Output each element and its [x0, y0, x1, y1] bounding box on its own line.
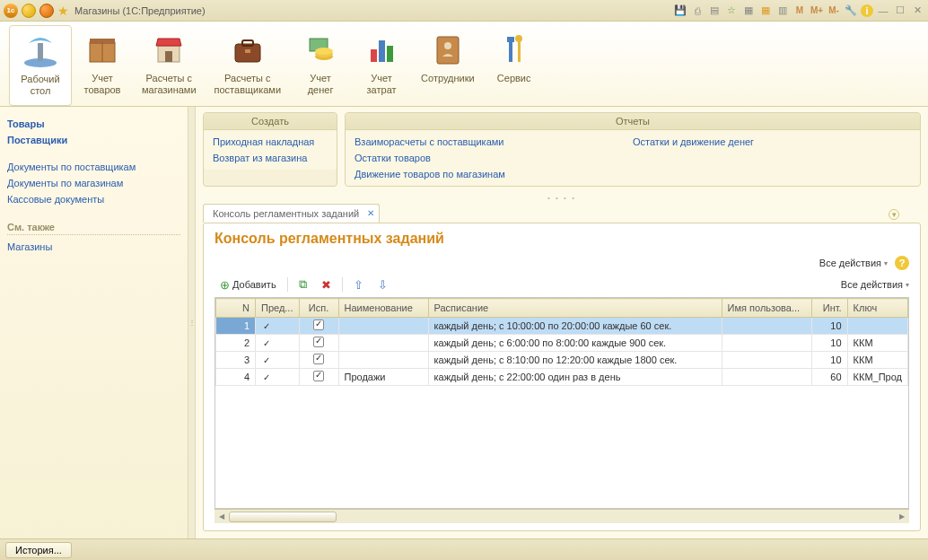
cell-isp[interactable] — [299, 352, 338, 369]
statusbar: История... — [0, 538, 928, 560]
tools-icon[interactable]: 🔧 — [844, 4, 858, 18]
ribbon-desktop[interactable]: Рабочий стол — [9, 25, 72, 106]
ribbon-staff[interactable]: Сотрудники — [412, 25, 484, 106]
cell-key: ККМ — [847, 335, 907, 352]
ribbon-costs[interactable]: Учет затрат — [351, 25, 412, 106]
th-pred[interactable]: Пред... — [256, 299, 300, 318]
all-actions-toolbar[interactable]: Все действия — [841, 279, 909, 290]
cell-isp[interactable] — [299, 369, 338, 386]
sidebar-supplier-docs[interactable]: Документы по поставщикам — [7, 159, 180, 175]
svg-point-22 — [515, 35, 522, 42]
cell-n: 2 — [216, 335, 256, 352]
tools-icon — [493, 28, 536, 71]
sidebar-see-also-heading: См. также — [7, 222, 180, 235]
info-icon[interactable]: i — [861, 4, 873, 17]
svg-point-18 — [444, 42, 451, 49]
copy-icon: ⧉ — [299, 277, 307, 292]
cell-isp[interactable] — [299, 318, 338, 335]
tab-console[interactable]: Консоль регламентных заданий ✕ — [203, 204, 380, 223]
shop-icon — [147, 28, 190, 71]
cell-pred — [256, 369, 300, 386]
scroll-left-icon[interactable]: ◀ — [214, 510, 229, 523]
th-key[interactable]: Ключ — [847, 299, 907, 318]
sidebar-cash-docs[interactable]: Кассовые документы — [7, 191, 180, 207]
table-row[interactable]: 4Продажикаждый день; с 22:00:00 один раз… — [216, 369, 908, 386]
ribbon-money[interactable]: Учет денег — [290, 25, 351, 106]
table-row[interactable]: 1каждый день; с 10:00:00 по 20:00:00 каж… — [216, 318, 908, 335]
svg-rect-20 — [507, 37, 514, 42]
table-scroll[interactable]: N Пред... Исп. Наименование Расписание И… — [214, 297, 909, 509]
sidebar: Товары Поставщики Документы по поставщик… — [0, 107, 188, 538]
scroll-right-icon[interactable]: ▶ — [895, 510, 909, 523]
chevron-down-icon[interactable]: ▾ — [889, 209, 899, 220]
delete-button[interactable]: ✖ — [316, 276, 337, 293]
ribbon-suppliers[interactable]: Расчеты с поставщиками — [206, 25, 291, 106]
cell-pred — [256, 318, 300, 335]
sidebar-suppliers[interactable]: Поставщики — [7, 132, 180, 148]
cell-int: 60 — [811, 369, 847, 386]
m-minus-button[interactable]: M- — [827, 4, 841, 18]
copy-button[interactable]: ⧉ — [293, 276, 312, 293]
sidebar-goods[interactable]: Товары — [7, 116, 180, 132]
m-plus-button[interactable]: M+ — [810, 4, 824, 18]
main-area: Создать Приходная накладная Возврат из м… — [196, 107, 928, 538]
th-schedule[interactable]: Расписание — [428, 299, 722, 318]
coins-icon — [299, 28, 342, 71]
close-icon[interactable]: ✕ — [910, 4, 924, 18]
panel-grip[interactable]: • • • • — [196, 194, 928, 202]
m-button[interactable]: M — [792, 4, 807, 18]
all-actions-top[interactable]: Все действия — [819, 256, 888, 270]
ribbon-label: Расчеты с поставщиками — [214, 73, 282, 96]
help-icon[interactable]: ? — [895, 256, 909, 270]
doc-icon[interactable]: ▤ — [707, 4, 722, 18]
table-row[interactable]: 2каждый день; с 6:00:00 по 8:00:00 кажды… — [216, 335, 908, 352]
move-down-button[interactable]: ⇩ — [372, 276, 393, 293]
report-stock[interactable]: Остатки товаров — [355, 150, 633, 166]
star-icon[interactable]: ☆ — [724, 4, 739, 18]
nav-fwd-icon[interactable] — [39, 4, 54, 18]
cell-name — [338, 352, 428, 369]
history-button[interactable]: История... — [5, 542, 72, 558]
list-icon[interactable]: ▦ — [741, 4, 756, 18]
arrow-down-icon: ⇩ — [378, 278, 388, 292]
calendar-icon[interactable]: ▥ — [775, 4, 790, 18]
ribbon-label: Рабочий стол — [21, 74, 59, 97]
maximize-icon[interactable]: ☐ — [893, 4, 907, 18]
th-n[interactable]: N — [216, 299, 256, 318]
sidebar-shops[interactable]: Магазины — [7, 239, 180, 255]
scroll-thumb[interactable] — [229, 512, 337, 522]
print-icon[interactable]: ⎙ — [690, 4, 705, 18]
collapse-sidebar-grip[interactable]: ⋮ — [188, 107, 196, 538]
ribbon-goods[interactable]: Учет товаров — [72, 25, 133, 106]
add-button[interactable]: ⊕ Добавить — [214, 276, 282, 293]
move-up-button[interactable]: ⇧ — [348, 276, 369, 293]
report-movement[interactable]: Движение товаров по магазинам — [355, 166, 633, 182]
app-logo-icon[interactable]: 1c — [4, 4, 18, 18]
horizontal-scrollbar[interactable]: ◀ ▶ — [214, 509, 909, 523]
th-user[interactable]: Имя пользова... — [722, 299, 811, 318]
ribbon-shops[interactable]: Расчеты с магазинами — [133, 25, 206, 106]
save-icon[interactable]: 💾 — [673, 4, 687, 18]
create-receipt[interactable]: Приходная накладная — [213, 134, 328, 150]
report-money[interactable]: Остатки и движение денег — [633, 134, 911, 150]
calc-icon[interactable]: ▦ — [758, 4, 773, 18]
tab-close-icon[interactable]: ✕ — [367, 208, 374, 218]
chart-icon — [360, 28, 403, 71]
cell-isp[interactable] — [299, 335, 338, 352]
th-int[interactable]: Инт. — [811, 299, 847, 318]
th-name[interactable]: Наименование — [338, 299, 428, 318]
create-return[interactable]: Возврат из магазина — [213, 150, 328, 166]
ribbon-toolbar: Рабочий стол Учет товаров Расчеты с мага… — [0, 22, 928, 107]
favorite-icon[interactable]: ★ — [57, 4, 69, 18]
cell-schedule: каждый день; с 8:10:00 по 12:20:00 кажды… — [428, 352, 722, 369]
th-isp[interactable]: Исп. — [299, 299, 338, 318]
ribbon-service[interactable]: Сервис — [484, 25, 545, 106]
table-row[interactable]: 3каждый день; с 8:10:00 по 12:20:00 кажд… — [216, 352, 908, 369]
cell-name: Продажи — [338, 369, 428, 386]
report-settlements[interactable]: Взаиморасчеты с поставщиками — [355, 134, 633, 150]
nav-back-icon[interactable] — [22, 4, 36, 18]
minimize-icon[interactable]: — — [876, 4, 890, 18]
sidebar-shop-docs[interactable]: Документы по магазинам — [7, 175, 180, 191]
svg-rect-8 — [242, 40, 253, 46]
titlebar: 1c ★ Магазины (1С:Предприятие) 💾 ⎙ ▤ ☆ ▦… — [0, 0, 928, 22]
